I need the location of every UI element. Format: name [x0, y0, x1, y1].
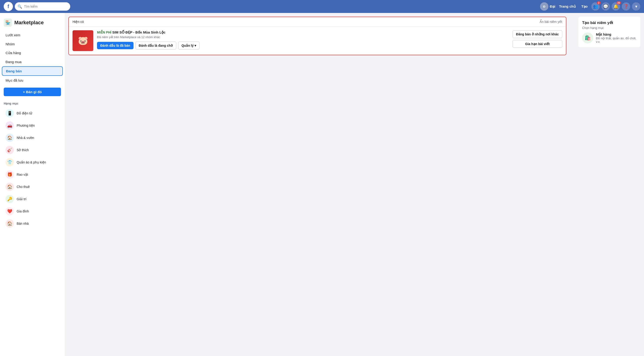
main-content: Hiện có Ẩn bài niêm yết 🐷 MIỄN PHÍ SIM S… [65, 13, 570, 356]
right-panel-title: Tạo bài niêm yết [582, 20, 636, 25]
dropdown-arrow-icon: ▾ [194, 44, 196, 47]
category-label: Quần áo & phụ kiện [17, 160, 46, 164]
renew-post-btn[interactable]: Gia hạn bài viết [512, 40, 562, 48]
listing-section: Hiện có Ẩn bài niêm yết 🐷 MIỄN PHÍ SIM S… [68, 17, 566, 55]
right-panel-item-info: Mặt hàng Đồ nội thất, quần áo, đồ chơi, … [596, 32, 636, 44]
sell-home-icon: 🏠 [6, 219, 14, 228]
listing-title: MIỄN PHÍ SIM SỐ ĐẸP - Bốn Mùa Sinh Lộc [97, 30, 509, 35]
electronics-icon: 📱 [6, 109, 14, 117]
search-icon: 🔍 [18, 5, 22, 9]
vehicles-icon: 🚗 [6, 121, 14, 130]
marketplace-icon: 🏪 [4, 19, 12, 27]
username: Đại [550, 5, 555, 9]
category-label: Gia đình [17, 209, 29, 213]
listing-item-left: 🐷 MIỄN PHÍ SIM SỐ ĐẸP - Bốn Mùa Sinh Lộc… [72, 30, 509, 51]
classifieds-icon: 🎁 [6, 170, 14, 179]
mark-sold-btn[interactable]: Đánh dấu là đã bán [97, 42, 134, 49]
create-nav-btn[interactable]: Tạo [580, 3, 590, 10]
free-badge: MIỄN PHÍ [97, 31, 111, 34]
hide-listing-btn[interactable]: Ẩn bài niêm yết [540, 20, 562, 24]
sidebar-item-groups[interactable]: Nhóm [2, 40, 63, 48]
friends-btn[interactable]: 👥 2 [591, 2, 600, 11]
item-category-icon: 🛍️ [582, 32, 593, 44]
sidebar-item-saved[interactable]: Mục đã lưu [2, 76, 63, 85]
listing-title-text: SIM SỐ ĐẸP - Bốn Mùa Sinh Lộc [112, 30, 166, 34]
facebook-logo[interactable]: f [4, 2, 13, 11]
right-panel-item[interactable]: 🛍️ Mặt hàng Đồ nội thất, quần áo, đồ chơ… [582, 32, 636, 44]
category-label: Giải trí [17, 197, 26, 201]
search-input[interactable] [24, 5, 68, 8]
page-layout: 🏪 Marketplace Lướt xem Nhóm Cửa hàng Đan… [0, 13, 644, 356]
category-vehicles[interactable]: 🚗 Phương tiện [2, 120, 63, 132]
sidebar-title: 🏪 Marketplace [0, 17, 65, 31]
category-clothing[interactable]: 👕 Quần áo & phụ kiện [2, 156, 63, 168]
sidebar-item-browse[interactable]: Lướt xem [2, 31, 63, 40]
category-label: Phương tiện [17, 124, 35, 127]
listing-info: MIỄN PHÍ SIM SỐ ĐẸP - Bốn Mùa Sinh Lộc Đ… [97, 30, 509, 50]
right-panel: Tạo bài niêm yết Chọn hạng mục 🛍️ Mặt hà… [578, 17, 640, 47]
navbar-right: Đ Đại Trang chủ Tạo 👥 2 💬 🔔 20 ❓ ▾ [540, 2, 640, 11]
listing-image: 🐷 [72, 30, 93, 51]
listing-header: Hiện có Ẩn bài niêm yết [69, 17, 566, 27]
sidebar-title-text: Marketplace [14, 20, 44, 26]
right-panel-subtitle: Chọn hạng mục [582, 26, 636, 30]
home-garden-icon: 🏠 [6, 134, 14, 142]
manage-btn[interactable]: Quản lý ▾ [178, 42, 200, 50]
category-family[interactable]: ❤️ Gia đình [2, 205, 63, 217]
navbar-user[interactable]: Đ Đại [540, 2, 555, 11]
avatar: Đ [540, 2, 548, 11]
rentals-icon: 🏠 [6, 183, 14, 191]
right-sidebar: Tạo bài niêm yết Chọn hạng mục 🛍️ Mặt hà… [575, 13, 644, 51]
entertainment-icon: 🔑 [6, 195, 14, 203]
navbar: f 🔍 Đ Đại Trang chủ Tạo 👥 2 💬 🔔 20 ❓ ▾ [0, 0, 644, 13]
category-sell-home[interactable]: 🏠 Bán nhà [2, 218, 63, 230]
home-nav-btn[interactable]: Trang chủ [557, 3, 578, 10]
listing-header-text: Hiện có [72, 20, 84, 24]
category-hobbies[interactable]: 🎸 Sở thích [2, 144, 63, 156]
listing-subtitle: Đã niêm yết trên Marketplace và 12 nhóm … [97, 35, 509, 39]
help-btn[interactable]: ❓ [622, 2, 630, 11]
sidebar: 🏪 Marketplace Lướt xem Nhóm Cửa hàng Đan… [0, 13, 65, 356]
friends-badge: 2 [597, 2, 600, 5]
messenger-btn[interactable]: 💬 [602, 2, 610, 11]
category-rentals[interactable]: 🏠 Cho thuê [2, 181, 63, 193]
mark-pending-btn[interactable]: Đánh dấu là đang chờ [135, 42, 176, 50]
listing-actions: Đánh dấu là đã bán Đánh dấu là đang chờ … [97, 42, 509, 50]
category-classifieds[interactable]: 🎁 Rao vặt [2, 169, 63, 181]
notifications-btn[interactable]: 🔔 20 [612, 2, 620, 11]
category-label: Bán nhà [17, 222, 29, 225]
hobbies-icon: 🎸 [6, 146, 14, 154]
menu-btn[interactable]: ▾ [632, 2, 640, 11]
sell-button[interactable]: + Bán gì đó [4, 88, 61, 96]
sidebar-item-selling[interactable]: Đang bán [2, 66, 63, 76]
category-label: Rao vặt [17, 173, 28, 176]
right-panel-item-subtitle: Đồ nội thất, quần áo, đồ chơi, v.v. [596, 37, 636, 44]
sidebar-item-store[interactable]: Cửa hàng [2, 49, 63, 57]
search-bar[interactable]: 🔍 [15, 2, 70, 11]
category-entertainment[interactable]: 🔑 Giải trí [2, 193, 63, 205]
category-label: Cho thuê [17, 185, 30, 189]
category-electronics[interactable]: 📱 Đồ điện tử [2, 107, 63, 119]
category-label: Nhà & vườn [17, 136, 34, 140]
right-panel-item-title: Mặt hàng [596, 32, 636, 37]
category-home-garden[interactable]: 🏠 Nhà & vườn [2, 132, 63, 144]
manage-label: Quản lý [182, 44, 194, 47]
category-label: Đồ điện tử [17, 111, 32, 115]
category-label: Sở thích [17, 148, 29, 152]
listing-right-actions: Đăng bán ở những nơi khác Gia hạn bài vi… [512, 30, 562, 48]
clothing-icon: 👕 [6, 158, 14, 166]
family-icon: ❤️ [6, 207, 14, 215]
post-other-btn[interactable]: Đăng bán ở những nơi khác [512, 30, 562, 38]
categories-title: Hạng mục [0, 99, 65, 107]
listing-item: 🐷 MIỄN PHÍ SIM SỐ ĐẸP - Bốn Mùa Sinh Lộc… [69, 27, 566, 55]
sidebar-item-buying[interactable]: Đang mua [2, 58, 63, 66]
notifications-badge: 20 [616, 2, 621, 5]
